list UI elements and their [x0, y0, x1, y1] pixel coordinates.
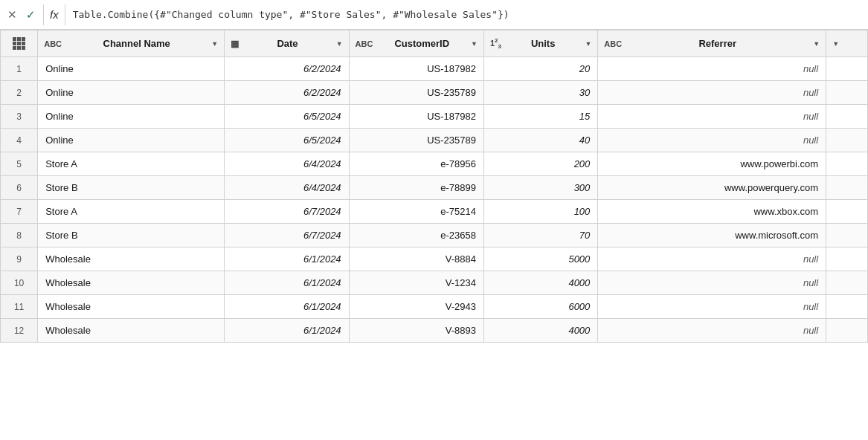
- channel-cell: Store B: [38, 224, 225, 248]
- extra-cell: [826, 152, 868, 176]
- referrer-cell: www.microsoft.com: [598, 224, 826, 248]
- channel-cell: Store B: [38, 176, 225, 200]
- units-type-icon: 123: [490, 37, 501, 50]
- referrer-col-label: Referrer: [625, 38, 810, 49]
- channel-cell: Online: [38, 129, 225, 152]
- customer-cell: e-75214: [349, 200, 483, 224]
- null-value: null: [803, 253, 818, 265]
- col-header-channel[interactable]: ABC Channel Name ▼: [38, 30, 225, 57]
- channel-cell: Wholesale: [38, 248, 225, 271]
- referrer-cell: null: [598, 319, 826, 343]
- row-number-cell: 8: [1, 224, 38, 248]
- customer-dropdown-icon[interactable]: ▼: [471, 40, 478, 48]
- units-cell: 300: [483, 176, 597, 200]
- col-header-units[interactable]: 123 Units ▼: [483, 30, 597, 57]
- channel-cell: Online: [38, 81, 225, 105]
- extra-dropdown-icon[interactable]: ▼: [832, 40, 839, 48]
- table-row: 5Store A6/4/2024e-78956200www.powerbi.co…: [1, 152, 868, 176]
- data-table: ABC Channel Name ▼ ▦ Date ▼ AB: [0, 30, 868, 343]
- customer-cell: US-187982: [349, 105, 483, 129]
- units-cell: 70: [483, 224, 597, 248]
- customer-cell: US-187982: [349, 57, 483, 81]
- channel-type-icon: ABC: [44, 39, 62, 48]
- col-header-referrer[interactable]: ABC Referrer ▼: [598, 30, 826, 57]
- units-dropdown-icon[interactable]: ▼: [585, 40, 591, 48]
- customer-cell: V-8893: [349, 319, 483, 343]
- date-cell: 6/1/2024: [225, 319, 349, 343]
- table-row: 7Store A6/7/2024e-75214100www.xbox.com: [1, 200, 868, 224]
- table-header-row: ABC Channel Name ▼ ▦ Date ▼ AB: [1, 30, 868, 57]
- date-type-icon: ▦: [231, 39, 239, 49]
- referrer-cell: null: [598, 129, 826, 152]
- table-row: 1Online6/2/2024US-18798220null: [1, 57, 868, 81]
- extra-cell: [826, 176, 868, 200]
- extra-cell: [826, 81, 868, 105]
- col-header-customer[interactable]: ABC CustomerID ▼: [349, 30, 483, 57]
- row-number-cell: 12: [1, 319, 38, 343]
- date-cell: 6/1/2024: [225, 295, 349, 319]
- null-value: null: [803, 325, 818, 336]
- table-row: 6Store B6/4/2024e-78899300www.powerquery…: [1, 176, 868, 200]
- table-row: 8Store B6/7/2024e-2365870www.microsoft.c…: [1, 224, 868, 248]
- table-row: 2Online6/2/2024US-23578930null: [1, 81, 868, 105]
- row-number-cell: 1: [1, 57, 38, 81]
- channel-cell: Online: [38, 57, 225, 81]
- channel-cell: Wholesale: [38, 319, 225, 343]
- null-value: null: [803, 301, 818, 312]
- date-dropdown-icon[interactable]: ▼: [336, 40, 343, 48]
- referrer-type-icon: ABC: [604, 39, 622, 48]
- confirm-icon[interactable]: ✓: [23, 7, 39, 23]
- formula-bar-icons: ✕ ✓: [4, 7, 39, 23]
- customer-cell: US-235789: [349, 81, 483, 105]
- date-cell: 6/5/2024: [225, 129, 349, 152]
- date-cell: 6/4/2024: [225, 176, 349, 200]
- table-body: 1Online6/2/2024US-18798220null2Online6/2…: [1, 57, 868, 343]
- units-cell: 4000: [483, 271, 597, 295]
- extra-cell: [826, 295, 868, 319]
- referrer-cell: null: [598, 105, 826, 129]
- extra-cell: [826, 248, 868, 271]
- date-col-label: Date: [242, 38, 332, 49]
- channel-dropdown-icon[interactable]: ▼: [211, 40, 218, 48]
- channel-cell: Store A: [38, 152, 225, 176]
- date-cell: 6/1/2024: [225, 271, 349, 295]
- referrer-cell: null: [598, 248, 826, 271]
- formula-bar: ✕ ✓ fx: [0, 0, 868, 30]
- extra-cell: [826, 129, 868, 152]
- referrer-cell: www.powerbi.com: [598, 152, 826, 176]
- formula-input[interactable]: [70, 7, 864, 22]
- units-col-label: Units: [504, 38, 582, 49]
- table-grid-icon: [13, 37, 25, 50]
- date-cell: 6/5/2024: [225, 105, 349, 129]
- col-header-date[interactable]: ▦ Date ▼: [225, 30, 349, 57]
- extra-cell: [826, 224, 868, 248]
- table-row: 12Wholesale6/1/2024V-88934000null: [1, 319, 868, 343]
- date-cell: 6/7/2024: [225, 224, 349, 248]
- table-row: 3Online6/5/2024US-18798215null: [1, 105, 868, 129]
- customer-type-icon: ABC: [356, 39, 373, 48]
- units-cell: 15: [483, 105, 597, 129]
- channel-cell: Online: [38, 105, 225, 129]
- row-number-cell: 10: [1, 271, 38, 295]
- null-value: null: [803, 277, 818, 288]
- referrer-cell: null: [598, 57, 826, 81]
- date-cell: 6/4/2024: [225, 152, 349, 176]
- customer-cell: V-2943: [349, 295, 483, 319]
- referrer-cell: www.powerquery.com: [598, 176, 826, 200]
- null-value: null: [803, 111, 818, 122]
- row-number-cell: 7: [1, 200, 38, 224]
- table-row: 9Wholesale6/1/2024V-88845000null: [1, 248, 868, 271]
- date-cell: 6/2/2024: [225, 57, 349, 81]
- fx-label: fx: [43, 4, 65, 25]
- extra-cell: [826, 105, 868, 129]
- cancel-icon[interactable]: ✕: [4, 7, 20, 23]
- referrer-cell: null: [598, 295, 826, 319]
- customer-cell: e-78899: [349, 176, 483, 200]
- null-value: null: [803, 63, 818, 74]
- referrer-dropdown-icon[interactable]: ▼: [813, 40, 820, 48]
- units-cell: 100: [483, 200, 597, 224]
- row-number-cell: 3: [1, 105, 38, 129]
- customer-cell: e-23658: [349, 224, 483, 248]
- row-number-cell: 5: [1, 152, 38, 176]
- customer-cell: e-78956: [349, 152, 483, 176]
